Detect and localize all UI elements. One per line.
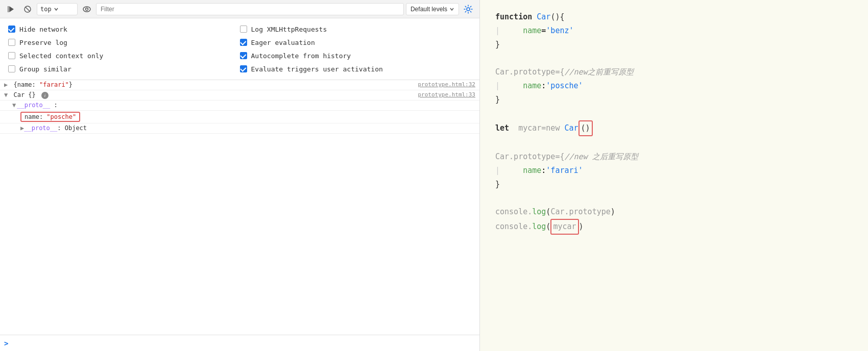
checkbox-autocomplete[interactable] — [240, 52, 247, 59]
chevron-down-icon — [449, 7, 454, 12]
log-entry-1-text: {name: "farari"} — [13, 81, 73, 88]
checkbox-eager-eval[interactable] — [240, 39, 247, 46]
expand-arrow-2[interactable]: ▼ — [4, 91, 8, 98]
name-val: "posche" — [46, 113, 76, 120]
setting-eager-eval-label: Eager evaluation — [251, 39, 315, 46]
code-line-10: } — [495, 178, 853, 191]
info-icon[interactable]: i — [41, 92, 49, 99]
settings-left: Hide network Preserve log Selected conte… — [8, 22, 240, 76]
code-line-blank2 — [495, 107, 853, 120]
levels-button[interactable]: Default levels — [406, 3, 459, 15]
console-prompt: > — [4, 339, 8, 347]
checkbox-log-xmlhttp[interactable] — [240, 26, 247, 33]
svg-point-4 — [83, 7, 90, 12]
code-line-4: Car.prototype={//new之前重写原型 — [495, 65, 853, 79]
setting-preserve-log-label: Preserve log — [19, 39, 67, 46]
name-key: name: — [25, 113, 46, 120]
svg-point-6 — [467, 8, 470, 11]
svg-point-5 — [86, 8, 88, 10]
code-line-1: function Car(){ — [495, 10, 853, 24]
gear-icon — [464, 5, 473, 14]
log-entry-1[interactable]: ▶ {name: "farari"} prototype.html:32 — [0, 80, 479, 90]
log-link-2[interactable]: prototype.html:33 — [418, 91, 475, 98]
settings-right: Log XMLHttpRequests Eager evaluation Aut… — [240, 22, 472, 76]
console-log-area: ▶ {name: "farari"} prototype.html:32 ▼ C… — [0, 80, 479, 335]
code-line-7: let mycar=new Car() — [495, 120, 853, 136]
checkbox-selected-context[interactable] — [8, 52, 15, 59]
levels-label: Default levels — [411, 6, 447, 13]
log-entry-proto2: ▶ __proto__ : Object — [0, 123, 479, 134]
settings-gear-button[interactable] — [461, 3, 475, 15]
code-line-5: | name:'posche' — [495, 79, 853, 93]
expand-arrow-1[interactable]: ▶ — [4, 81, 8, 88]
log-link-1[interactable]: prototype.html:32 — [418, 81, 475, 88]
checkbox-group-similar[interactable] — [8, 65, 15, 72]
log-entry-1-content: ▶ {name: "farari"} — [4, 81, 73, 88]
setting-autocomplete[interactable]: Autocomplete from history — [240, 49, 472, 62]
code-line-3: } — [495, 38, 853, 52]
code-line-9: | name:'farari' — [495, 164, 853, 178]
log-entry-2[interactable]: ▼ Car {} i prototype.html:33 — [0, 90, 479, 101]
setting-group-similar[interactable]: Group similar — [8, 62, 240, 76]
checkbox-hide-network[interactable] — [8, 26, 15, 33]
proto2-obj: : Object — [57, 124, 87, 132]
eye-icon — [83, 6, 91, 12]
context-label: top — [40, 6, 52, 13]
proto-colon: : — [50, 102, 57, 109]
clear-button[interactable] — [20, 3, 35, 15]
proto2-arrow[interactable]: ▶ — [20, 124, 24, 132]
setting-log-xmlhttp[interactable]: Log XMLHttpRequests — [240, 22, 472, 36]
name-posche-box: name: "posche" — [20, 112, 80, 122]
console-input-area: > — [0, 335, 479, 351]
setting-autocomplete-label: Autocomplete from history — [251, 52, 351, 60]
code-line-6: } — [495, 93, 853, 107]
context-selector[interactable]: top — [37, 3, 78, 15]
chevron-down-icon — [54, 7, 59, 12]
log-entry-2-proto: ▼ __proto__ : — [0, 101, 479, 111]
setting-hide-network-label: Hide network — [19, 26, 67, 33]
setting-eval-triggers-label: Evaluate triggers user activation — [251, 65, 383, 73]
code-line-blank4 — [495, 191, 853, 205]
setting-hide-network[interactable]: Hide network — [8, 22, 240, 36]
log-entry-2-content: ▼ Car {} i — [4, 91, 49, 99]
settings-panel: Hide network Preserve log Selected conte… — [0, 18, 479, 80]
code-line-11: console.log(Car.prototype) — [495, 205, 853, 219]
console-panel: top Default levels — [0, 0, 480, 351]
checkbox-preserve-log[interactable] — [8, 39, 15, 46]
log-entry-2-text: Car {} i — [13, 91, 49, 98]
setting-preserve-log[interactable]: Preserve log — [8, 36, 240, 49]
proto2-label: __proto__ — [24, 124, 57, 132]
console-toolbar: top Default levels — [0, 0, 479, 18]
proto-label: __proto__ — [17, 102, 50, 109]
eye-button[interactable] — [80, 3, 94, 15]
checkbox-eval-triggers[interactable] — [240, 65, 247, 72]
setting-group-similar-label: Group similar — [19, 65, 71, 73]
code-line-blank1 — [495, 52, 853, 65]
console-input-field[interactable] — [10, 340, 475, 347]
svg-line-3 — [26, 7, 30, 11]
setting-selected-context-label: Selected context only — [19, 52, 103, 60]
code-line-blank3 — [495, 136, 853, 150]
log-entry-2-group: ▼ Car {} i prototype.html:33 ▼ __proto__… — [0, 90, 479, 134]
code-line-12: console.log(mycar) — [495, 219, 853, 235]
code-editor-panel: function Car(){ | name='benz' } Car.prot… — [480, 0, 868, 351]
setting-selected-context[interactable]: Selected context only — [8, 49, 240, 62]
code-line-2: | name='benz' — [495, 24, 853, 38]
setting-eval-triggers[interactable]: Evaluate triggers user activation — [240, 62, 472, 76]
log-entry-name-posche: name: "posche" — [0, 111, 479, 123]
filter-input[interactable] — [96, 3, 404, 15]
setting-log-xmlhttp-label: Log XMLHttpRequests — [251, 26, 327, 33]
setting-eager-eval[interactable]: Eager evaluation — [240, 36, 472, 49]
proto-arrow[interactable]: ▼ — [12, 102, 16, 109]
run-button[interactable] — [4, 3, 18, 15]
code-line-8: Car.prototype={//new 之后重写原型 — [495, 150, 853, 164]
svg-marker-0 — [9, 6, 14, 12]
